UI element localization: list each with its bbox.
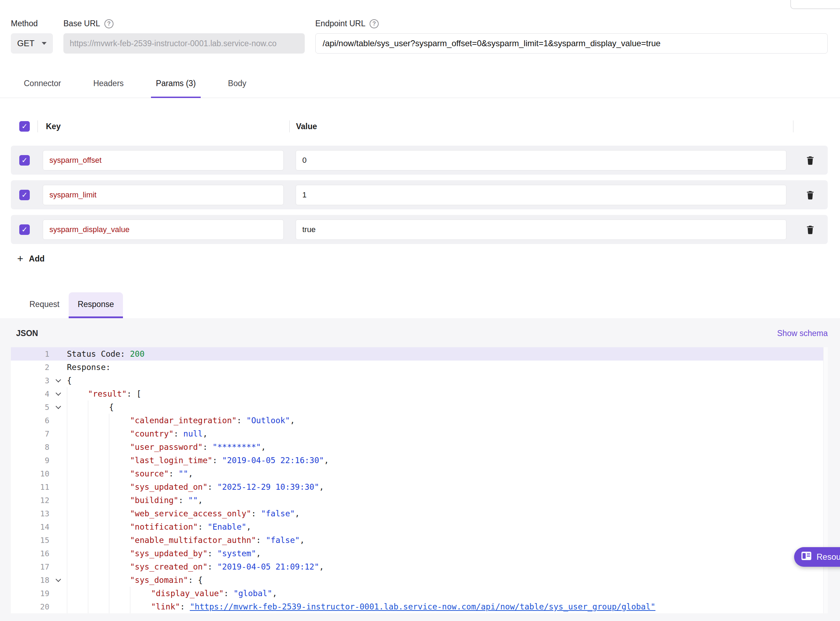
param-key-input[interactable] bbox=[43, 150, 284, 171]
param-key-input[interactable] bbox=[43, 185, 284, 205]
endpoint-url-input[interactable] bbox=[315, 33, 828, 53]
indent-guide bbox=[109, 520, 130, 533]
indent-guide bbox=[67, 440, 88, 454]
resources-button[interactable]: Resources bbox=[794, 547, 840, 567]
indent-guide bbox=[88, 494, 109, 507]
delete-param-button[interactable] bbox=[802, 153, 818, 168]
indent-guide bbox=[67, 533, 88, 547]
indent-guide bbox=[88, 560, 109, 573]
code-line: 14"notification": "Enable", bbox=[11, 520, 828, 533]
chevron-down-icon bbox=[42, 42, 47, 45]
param-value-input[interactable] bbox=[296, 150, 787, 171]
indent-guide bbox=[88, 467, 109, 480]
value-column-header: Value bbox=[290, 122, 793, 131]
code-text: "web_service_access_only": "false", bbox=[67, 507, 300, 520]
code-text: "sys_updated_on": "2025-12-29 10:39:30", bbox=[67, 480, 324, 494]
param-checkbox[interactable]: ✓ bbox=[19, 190, 30, 200]
code-editor: 1Status Code: 2002Response:3{4"result": … bbox=[11, 347, 828, 613]
code-line: 7"country": null, bbox=[11, 427, 828, 440]
params-section: ✓ Key Value ✓✓✓ + Add bbox=[11, 115, 828, 264]
tab-request[interactable]: Request bbox=[20, 292, 69, 318]
method-select[interactable]: GET bbox=[11, 33, 53, 53]
line-number: 4 bbox=[11, 389, 49, 398]
code-line: 1Status Code: 200 bbox=[11, 347, 828, 360]
base-url-field: Base URL ? bbox=[64, 19, 305, 53]
line-number: 16 bbox=[11, 549, 49, 558]
tab-connector[interactable]: Connector bbox=[19, 74, 66, 98]
tab-headers[interactable]: Headers bbox=[88, 74, 129, 98]
indent-guide bbox=[88, 547, 109, 560]
show-schema-link[interactable]: Show schema bbox=[777, 329, 828, 338]
code-line: 6"calendar_integration": "Outlook", bbox=[11, 414, 828, 427]
code-text: "building": "", bbox=[67, 494, 203, 507]
indent-guide bbox=[109, 427, 130, 440]
indent-guide bbox=[109, 573, 130, 587]
base-url-label: Base URL bbox=[64, 19, 100, 28]
line-number: 1 bbox=[11, 350, 49, 359]
base-url-input[interactable] bbox=[64, 33, 305, 53]
indent-guide bbox=[88, 414, 109, 427]
toolbar-partial-button[interactable] bbox=[790, 0, 840, 9]
help-icon[interactable]: ? bbox=[369, 19, 379, 28]
code-line: 13"web_service_access_only": "false", bbox=[11, 507, 828, 520]
params-header-row: ✓ Key Value bbox=[11, 115, 828, 137]
code-line: 17"sys_created_on": "2019-04-05 21:09:12… bbox=[11, 560, 828, 573]
param-value-input[interactable] bbox=[296, 185, 787, 205]
request-config-section: Method GET Base URL ? Endpoint URL ? bbox=[0, 0, 840, 264]
indent-guide bbox=[88, 507, 109, 520]
line-number: 7 bbox=[11, 430, 49, 438]
help-icon[interactable]: ? bbox=[104, 19, 114, 28]
indent-guide bbox=[67, 600, 88, 613]
delete-param-button[interactable] bbox=[802, 222, 818, 237]
param-checkbox[interactable]: ✓ bbox=[19, 155, 30, 165]
collapse-chevron-icon[interactable] bbox=[49, 379, 67, 383]
collapse-chevron-icon[interactable] bbox=[49, 405, 67, 409]
indent-guide bbox=[88, 587, 109, 600]
indent-guide bbox=[67, 387, 88, 400]
indent-guide bbox=[109, 440, 130, 454]
line-number: 14 bbox=[11, 523, 49, 532]
param-row: ✓ bbox=[11, 145, 828, 175]
endpoint-url-field: Endpoint URL ? bbox=[315, 19, 828, 53]
indent-guide bbox=[67, 560, 88, 573]
indent-guide bbox=[67, 520, 88, 533]
response-panel: JSON Show schema 1Status Code: 2002Respo… bbox=[0, 318, 840, 621]
code-line: 9"last_login_time": "2019-04-05 22:16:30… bbox=[11, 454, 828, 467]
response-panel-header: JSON Show schema bbox=[16, 329, 828, 338]
code-text: "display_value": "global", bbox=[67, 587, 277, 600]
param-key-input[interactable] bbox=[43, 220, 284, 240]
format-label: JSON bbox=[16, 329, 38, 338]
collapse-chevron-icon[interactable] bbox=[49, 578, 67, 582]
indent-guide bbox=[67, 587, 88, 600]
delete-param-button[interactable] bbox=[802, 187, 818, 203]
add-param-label: Add bbox=[29, 254, 45, 264]
code-line: 10"source": "", bbox=[11, 467, 828, 480]
param-row: ✓ bbox=[11, 180, 828, 209]
line-number: 13 bbox=[11, 509, 49, 518]
line-number: 3 bbox=[11, 376, 49, 385]
code-text: "result": [ bbox=[67, 387, 141, 400]
code-text: Status Code: 200 bbox=[67, 349, 145, 359]
line-number: 20 bbox=[11, 603, 49, 611]
param-value-input[interactable] bbox=[296, 220, 787, 240]
line-number: 11 bbox=[11, 483, 49, 491]
indent-guide bbox=[109, 467, 130, 480]
line-number: 6 bbox=[11, 416, 49, 425]
indent-guide bbox=[67, 507, 88, 520]
code-text: "notification": "Enable", bbox=[67, 520, 251, 533]
tab-response[interactable]: Response bbox=[69, 292, 123, 318]
scrollbar[interactable] bbox=[823, 347, 828, 613]
indent-guide bbox=[88, 427, 109, 440]
method-field: Method GET bbox=[11, 19, 53, 53]
collapse-chevron-icon[interactable] bbox=[49, 392, 67, 396]
line-number: 5 bbox=[11, 403, 49, 412]
tab-params-3[interactable]: Params (3) bbox=[151, 74, 201, 98]
tab-body[interactable]: Body bbox=[223, 74, 251, 98]
select-all-checkbox[interactable]: ✓ bbox=[19, 121, 30, 132]
indent-guide bbox=[109, 547, 130, 560]
indent-guide bbox=[67, 454, 88, 467]
param-checkbox[interactable]: ✓ bbox=[19, 224, 30, 235]
param-row: ✓ bbox=[11, 215, 828, 244]
add-param-button[interactable]: + Add bbox=[15, 253, 47, 264]
code-line: 11"sys_updated_on": "2025-12-29 10:39:30… bbox=[11, 480, 828, 494]
